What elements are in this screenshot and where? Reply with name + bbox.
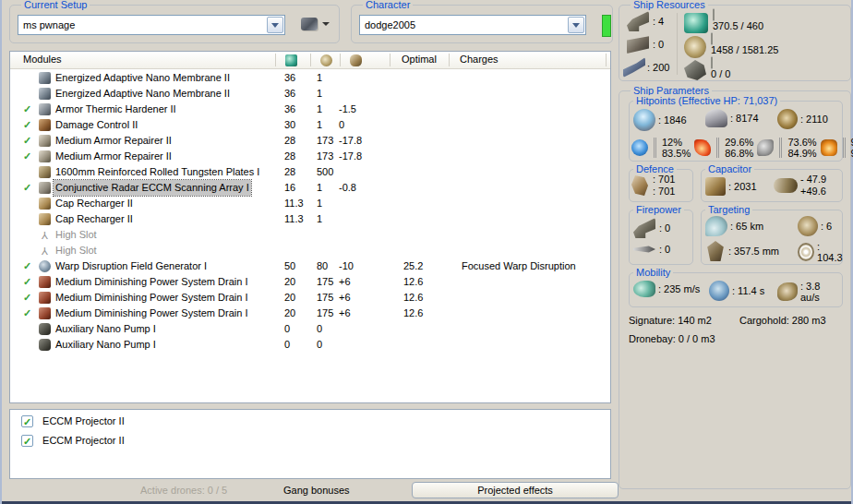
capacitor-label: Capacitor	[705, 163, 754, 174]
character-select-dropdown-button[interactable]	[568, 17, 584, 33]
defence-value-2: : 701	[653, 186, 675, 198]
module-row[interactable]: ✓ Medium Armor Repairer II 28 173 -17.8	[10, 149, 610, 164]
module-name[interactable]: Cap Recharger II	[54, 196, 135, 211]
defence-group: Defence : 701 : 701	[629, 169, 693, 202]
powergrid-icon	[320, 54, 332, 66]
character-label: Character	[363, 0, 413, 10]
modules-panel: Modules Optimal Charges Energized Adapti…	[9, 51, 611, 403]
character-select[interactable]: dodge2005	[359, 15, 586, 35]
module-name[interactable]: Medium Armor Repairer II	[54, 133, 174, 149]
module-row[interactable]: Cap Recharger II 11.3 1	[10, 196, 610, 211]
module-row[interactable]: Auxiliary Nano Pump I 0 0	[10, 337, 610, 353]
module-cpu-value: 20	[284, 274, 295, 290]
module-powergrid-value: 1	[317, 180, 322, 196]
module-cap-value: +6	[339, 290, 351, 306]
column-header-modules[interactable]: Modules	[23, 54, 62, 65]
module-optimal-value: 12.6	[403, 290, 423, 306]
turret-dps-value: : 0	[659, 222, 670, 234]
module-row[interactable]: Energized Adaptive Nano Membrane II 36 1	[10, 70, 610, 86]
column-header-optimal[interactable]: Optimal	[402, 54, 437, 65]
setup-select[interactable]: ms pwnage	[18, 15, 285, 35]
module-row[interactable]: ✓ Warp Disruption Field Generator I 50 8…	[10, 258, 610, 274]
cpu-icon	[285, 54, 297, 66]
tools-dropdown-arrow-icon	[322, 22, 330, 26]
module-name[interactable]: Conjunctive Radar ECCM Scanning Array I	[54, 180, 251, 196]
module-name[interactable]: High Slot	[54, 243, 99, 258]
module-name[interactable]: Energized Adaptive Nano Membrane II	[54, 86, 232, 102]
module-name[interactable]: Medium Diminishing Power System Drain I	[54, 274, 249, 290]
drone-usage-bar	[711, 56, 713, 69]
module-row[interactable]: ✓ Medium Armor Repairer II 28 173 -17.8	[10, 133, 610, 149]
eft-window: Current Setup ms pwnage Character dodge2…	[0, 0, 853, 504]
ship-resources-group: Ship Resources : 4 : 0 : 200 370.5 / 460…	[619, 5, 851, 81]
module-name[interactable]: High Slot	[54, 227, 99, 243]
module-name[interactable]: Energized Adaptive Nano Membrane II	[54, 70, 232, 86]
fitted-check-icon: ✓	[23, 149, 36, 164]
module-name[interactable]: Damage Control II	[54, 117, 139, 133]
column-header-charges[interactable]: Charges	[460, 54, 499, 65]
module-name[interactable]: Medium Diminishing Power System Drain I	[54, 306, 249, 321]
thermal-resist-shield: 29.6%	[725, 137, 753, 148]
tab-gang-bonuses[interactable]: Gang bonuses	[283, 485, 350, 496]
module-cap-value: +6	[339, 306, 351, 321]
module-row[interactable]: ✓ Medium Diminishing Power System Drain …	[10, 306, 610, 321]
tank-icon	[631, 175, 650, 196]
module-powergrid-value: 1	[317, 102, 322, 117]
module-row[interactable]: ✓ Armor Thermic Hardener II 36 1 -1.5	[10, 102, 610, 117]
module-powergrid-value: 175	[317, 306, 333, 321]
module-cpu-value: 36	[284, 70, 295, 86]
module-row[interactable]: ✓ Damage Control II 30 1 0	[10, 117, 610, 133]
tab-active-drones[interactable]: Active drones: 0 / 5	[140, 485, 227, 496]
fitted-check-icon: ✓	[23, 102, 36, 117]
module-name[interactable]: Medium Diminishing Power System Drain I	[54, 290, 249, 306]
module-name[interactable]: Cap Recharger II	[54, 211, 135, 227]
module-row[interactable]: ✓ Medium Diminishing Power System Drain …	[10, 274, 610, 290]
signature-text: Signature: 140 m2	[629, 315, 712, 326]
max-velocity-value: : 235 m/s	[658, 283, 700, 294]
max-targets-icon	[798, 216, 818, 236]
projected-effect-row[interactable]: ✓ ECCM Projector II	[21, 414, 610, 429]
targeting-group: Targeting : 65 km : 6 : 357.5 mm : 104.3	[701, 210, 843, 265]
setup-tools-button[interactable]	[301, 18, 330, 30]
module-name[interactable]: Warp Disruption Field Generator I	[54, 258, 209, 274]
align-time-value: : 11.4 s	[732, 285, 764, 296]
module-name[interactable]: 1600mm Reinforced Rolled Tungsten Plates…	[54, 164, 261, 180]
module-row[interactable]: 1600mm Reinforced Rolled Tungsten Plates…	[10, 164, 610, 180]
checkbox-checked[interactable]: ✓	[21, 415, 33, 427]
projected-effect-label[interactable]: ECCM Projector II	[42, 435, 125, 446]
module-powergrid-value: 173	[317, 133, 333, 149]
module-row[interactable]: ✓ Medium Diminishing Power System Drain …	[10, 290, 610, 306]
module-name[interactable]: Armor Thermic Hardener II	[54, 102, 178, 117]
projected-effects-panel: ✓ ECCM Projector II ✓ ECCM Projector II	[9, 409, 611, 479]
module-name[interactable]: Auxiliary Nano Pump I	[54, 321, 158, 337]
module-row[interactable]: Energized Adaptive Nano Membrane II 36 1	[10, 86, 610, 102]
character-skills-status-indicator	[602, 15, 611, 37]
modules-table-header[interactable]: Modules Optimal Charges	[10, 52, 610, 69]
align-time-icon	[709, 281, 729, 301]
module-cpu-value: 28	[284, 164, 295, 180]
explosive-resist-icon	[821, 139, 837, 156]
armor-hp-value: : 8174	[730, 113, 759, 124]
module-name[interactable]: Auxiliary Nano Pump I	[54, 337, 158, 353]
module-cpu-value: 28	[284, 149, 295, 164]
fitted-check-icon: ✓	[23, 258, 36, 274]
capacitor-recharge-value: +49.6	[800, 186, 826, 198]
powergrid-usage-text: 1458 / 1581.25	[711, 44, 778, 55]
fitted-check-icon: ✓	[23, 180, 36, 196]
checkbox-checked[interactable]: ✓	[21, 435, 33, 447]
capacitor-balance-icon	[774, 178, 798, 193]
ship-parameters-group: Ship Parameters Hitpoints (Effective HP:…	[619, 90, 851, 489]
module-row[interactable]: YHigh Slot	[10, 243, 610, 258]
module-row[interactable]: Cap Recharger II 11.3 1	[10, 211, 610, 227]
module-name[interactable]: Medium Armor Repairer II	[54, 149, 174, 164]
module-row[interactable]: ✓ Conjunctive Radar ECCM Scanning Array …	[10, 180, 610, 196]
projected-effect-label[interactable]: ECCM Projector II	[42, 415, 125, 426]
module-row[interactable]: Auxiliary Nano Pump I 0 0	[10, 321, 610, 337]
drone-bandwidth-icon	[684, 60, 706, 80]
tab-projected-effects[interactable]: Projected effects	[412, 482, 619, 498]
module-row[interactable]: YHigh Slot	[10, 227, 610, 243]
projected-effect-row[interactable]: ✓ ECCM Projector II	[21, 433, 610, 449]
module-cpu-value: 20	[284, 306, 295, 321]
setup-select-dropdown-button[interactable]	[267, 17, 283, 33]
warp-speed-value: : 3.8 au/s	[800, 281, 842, 303]
